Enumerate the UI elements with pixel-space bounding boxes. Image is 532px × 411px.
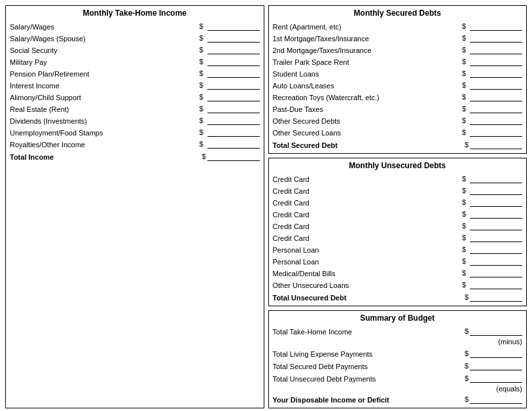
unsecured-total-dollar: $ xyxy=(465,293,469,301)
item-value[interactable] xyxy=(470,277,522,277)
dollar-sign: $ xyxy=(465,349,469,357)
item-label: Other Secured Debts xyxy=(273,117,462,125)
list-item: Unemployment/Food Stamps $ xyxy=(10,126,260,137)
list-item: 2nd Mortgage/Taxes/Insurance $ xyxy=(273,44,523,54)
list-item: Alimony/Child Support $ xyxy=(10,91,260,101)
dollar-sign: $ xyxy=(465,362,469,370)
item-label: Credit Card xyxy=(273,223,462,230)
secured-total-dollar: $ xyxy=(465,141,469,149)
item-value[interactable] xyxy=(207,124,260,125)
item-label: 2nd Mortgage/Taxes/Insurance xyxy=(273,46,462,54)
dollar-sign: $ xyxy=(462,198,466,206)
item-label: Credit Card xyxy=(273,234,462,242)
item-label: Personal Loan xyxy=(273,246,462,254)
item-value[interactable] xyxy=(207,101,260,101)
item-value[interactable] xyxy=(470,65,522,66)
item-value[interactable] xyxy=(470,30,522,31)
item-value[interactable] xyxy=(207,89,260,90)
list-item: 1st Mortgage/Taxes/Insurance $ xyxy=(273,32,523,43)
list-item: Medical/Dental Bills $ xyxy=(273,267,523,277)
summary-item-value[interactable] xyxy=(470,335,522,336)
unsecured-title: Monthly Unsecured Debts xyxy=(273,161,523,170)
dollar-sign: $ xyxy=(462,105,466,113)
summary-item-label: Total Secured Debt Payments xyxy=(273,363,465,370)
item-label: Trailer Park Space Rent xyxy=(273,58,462,66)
item-label: Interest Income xyxy=(10,82,199,90)
summary-item-label: Total Unsecured Debt Payments xyxy=(273,375,465,383)
unsecured-total-row: Total Unsecured Debt $ xyxy=(273,293,523,302)
dollar-sign: $ xyxy=(462,210,466,218)
dollar-sign: $ xyxy=(462,81,466,89)
dollar-sign: $ xyxy=(462,175,466,183)
unsecured-total-label: Total Unsecured Debt xyxy=(273,294,347,302)
list-item: Personal Loan $ xyxy=(273,243,523,254)
income-items: Salary/Wages $ Salary/Wages (Spouse) $ S… xyxy=(10,20,260,149)
summary-item-value[interactable] xyxy=(470,382,522,383)
item-label: Credit Card xyxy=(273,199,462,207)
dollar-sign: $ xyxy=(462,22,466,30)
summary-item-value[interactable] xyxy=(470,357,522,358)
item-value[interactable] xyxy=(470,241,522,242)
item-value[interactable] xyxy=(207,148,260,149)
list-item: Credit Card $ xyxy=(273,208,523,219)
item-value[interactable] xyxy=(470,194,522,195)
dollar-sign: $ xyxy=(462,257,466,265)
dollar-sign: $ xyxy=(462,93,466,101)
item-value[interactable] xyxy=(470,183,522,183)
item-value[interactable] xyxy=(470,89,522,90)
item-label: Alimony/Child Support xyxy=(10,94,199,101)
item-label: Medical/Dental Bills xyxy=(273,270,462,277)
item-value[interactable] xyxy=(207,136,260,137)
dollar-sign: $ xyxy=(462,58,466,65)
summary-item-label: Total Living Expense Payments xyxy=(273,350,465,358)
dollar-sign: $ xyxy=(199,58,203,65)
item-value[interactable] xyxy=(470,113,522,113)
item-value[interactable] xyxy=(207,77,260,78)
item-value[interactable] xyxy=(470,265,522,266)
item-label: Rent (Apartment, etc) xyxy=(273,23,462,31)
list-item: Royalties/Other Income $ xyxy=(10,138,260,149)
list-item: Interest Income $ xyxy=(10,79,260,90)
item-label: Salary/Wages (Spouse) xyxy=(10,35,199,43)
list-item: Dividends (Investments) $ xyxy=(10,115,260,125)
item-value[interactable] xyxy=(470,54,522,54)
dollar-sign: $ xyxy=(199,140,203,148)
summary-row: Total Secured Debt Payments $ xyxy=(273,360,523,370)
item-value[interactable] xyxy=(207,65,260,66)
item-value[interactable] xyxy=(207,42,260,43)
list-item: Trailer Park Space Rent $ xyxy=(273,56,523,66)
item-label: Royalties/Other Income xyxy=(10,141,199,149)
item-value[interactable] xyxy=(470,218,522,219)
summary-final-row: Your Disposable Income or Deficit $ xyxy=(273,395,523,404)
list-item: Other Secured Debts $ xyxy=(273,115,523,125)
item-value[interactable] xyxy=(207,54,260,54)
item-value[interactable] xyxy=(470,253,522,254)
summary-item-label: Total Take-Home Income xyxy=(273,328,465,336)
list-item: Auto Loans/Leases $ xyxy=(273,79,523,90)
summary-item-value[interactable] xyxy=(470,370,522,370)
item-value[interactable] xyxy=(470,289,522,289)
item-value[interactable] xyxy=(207,30,260,31)
item-label: Auto Loans/Leases xyxy=(273,82,462,90)
item-label: Social Security xyxy=(10,46,199,54)
dollar-sign: $ xyxy=(462,281,466,289)
item-value[interactable] xyxy=(470,124,522,125)
dollar-sign: $ xyxy=(199,46,203,54)
item-value[interactable] xyxy=(470,136,522,137)
dollar-sign: $ xyxy=(462,222,466,230)
unsecured-total-value xyxy=(470,301,522,302)
item-value[interactable] xyxy=(470,77,522,78)
list-item: Salary/Wages $ xyxy=(10,20,260,31)
dollar-sign: $ xyxy=(462,116,466,124)
item-value[interactable] xyxy=(207,113,260,113)
item-label: Salary/Wages xyxy=(10,23,199,31)
item-label: Recreation Toys (Watercraft, etc.) xyxy=(273,94,462,101)
list-item: Credit Card $ xyxy=(273,232,523,242)
list-item: Personal Loan $ xyxy=(273,255,523,266)
item-label: Military Pay xyxy=(10,58,199,66)
item-value[interactable] xyxy=(470,42,522,43)
item-value[interactable] xyxy=(470,206,522,207)
item-value[interactable] xyxy=(470,230,522,230)
list-item: Military Pay $ xyxy=(10,56,260,66)
item-value[interactable] xyxy=(470,101,522,101)
